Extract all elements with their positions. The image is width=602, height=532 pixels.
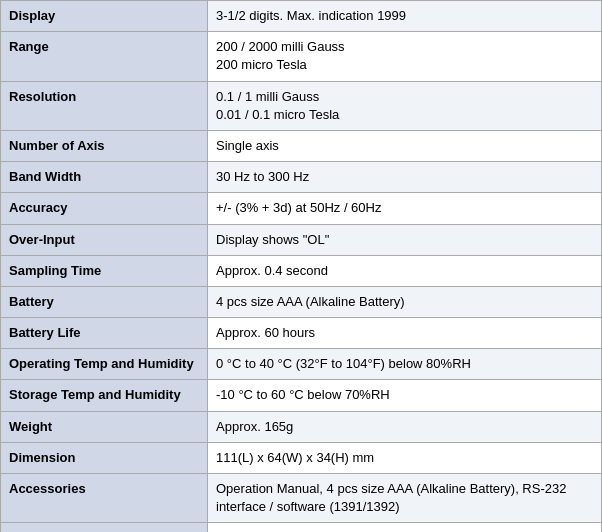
label-accuracy: Accuracy: [1, 193, 208, 224]
label-over-input: Over-Input: [1, 224, 208, 255]
label-operating-temp: Operating Temp and Humidity: [1, 349, 208, 380]
value-datalogging: 16000 Point Data logging: [208, 523, 602, 532]
value-operating-temp: 0 °C to 40 °C (32°F to 104°F) below 80%R…: [208, 349, 602, 380]
value-band-width: 30 Hz to 300 Hz: [208, 162, 602, 193]
label-dimension: Dimension: [1, 442, 208, 473]
value-resolution: 0.1 / 1 milli Gauss0.01 / 0.1 micro Tesl…: [208, 81, 602, 130]
table-row: Over-InputDisplay shows "OL": [1, 224, 602, 255]
specs-table: Display3-1/2 digits. Max. indication 199…: [0, 0, 602, 532]
table-row: Sampling TimeApprox. 0.4 second: [1, 255, 602, 286]
value-weight: Approx. 165g: [208, 411, 602, 442]
table-row: Storage Temp and Humidity-10 °C to 60 °C…: [1, 380, 602, 411]
table-row: Number of AxisSingle axis: [1, 130, 602, 161]
table-row: WeightApprox. 165g: [1, 411, 602, 442]
label-range: Range: [1, 32, 208, 81]
label-battery: Battery: [1, 286, 208, 317]
value-battery-life: Approx. 60 hours: [208, 318, 602, 349]
table-row: Dimension111(L) x 64(W) x 34(H) mm: [1, 442, 602, 473]
table-row: Band Width30 Hz to 300 Hz: [1, 162, 602, 193]
value-accessories: Operation Manual, 4 pcs size AAA (Alkali…: [208, 474, 602, 523]
label-resolution: Resolution: [1, 81, 208, 130]
table-row: Accuracy+/- (3% + 3d) at 50Hz / 60Hz: [1, 193, 602, 224]
value-number-of-axis: Single axis: [208, 130, 602, 161]
value-display: 3-1/2 digits. Max. indication 1999: [208, 1, 602, 32]
value-storage-temp: -10 °C to 60 °C below 70%RH: [208, 380, 602, 411]
value-range: 200 / 2000 milli Gauss200 micro Tesla: [208, 32, 602, 81]
label-display: Display: [1, 1, 208, 32]
table-row: Battery LifeApprox. 60 hours: [1, 318, 602, 349]
table-row: Datalogging Capacity(TES-1392)16000 Poin…: [1, 523, 602, 532]
table-row: Display3-1/2 digits. Max. indication 199…: [1, 1, 602, 32]
label-weight: Weight: [1, 411, 208, 442]
value-over-input: Display shows "OL": [208, 224, 602, 255]
label-sampling-time: Sampling Time: [1, 255, 208, 286]
label-battery-life: Battery Life: [1, 318, 208, 349]
table-row: Battery4 pcs size AAA (Alkaline Battery): [1, 286, 602, 317]
label-accessories: Accessories: [1, 474, 208, 523]
label-datalogging: Datalogging Capacity(TES-1392): [1, 523, 208, 532]
value-battery: 4 pcs size AAA (Alkaline Battery): [208, 286, 602, 317]
table-row: Operating Temp and Humidity0 °C to 40 °C…: [1, 349, 602, 380]
label-storage-temp: Storage Temp and Humidity: [1, 380, 208, 411]
table-row: Resolution0.1 / 1 milli Gauss0.01 / 0.1 …: [1, 81, 602, 130]
value-accuracy: +/- (3% + 3d) at 50Hz / 60Hz: [208, 193, 602, 224]
value-dimension: 111(L) x 64(W) x 34(H) mm: [208, 442, 602, 473]
value-sampling-time: Approx. 0.4 second: [208, 255, 602, 286]
table-row: AccessoriesOperation Manual, 4 pcs size …: [1, 474, 602, 523]
label-band-width: Band Width: [1, 162, 208, 193]
table-row: Range200 / 2000 milli Gauss200 micro Tes…: [1, 32, 602, 81]
label-number-of-axis: Number of Axis: [1, 130, 208, 161]
